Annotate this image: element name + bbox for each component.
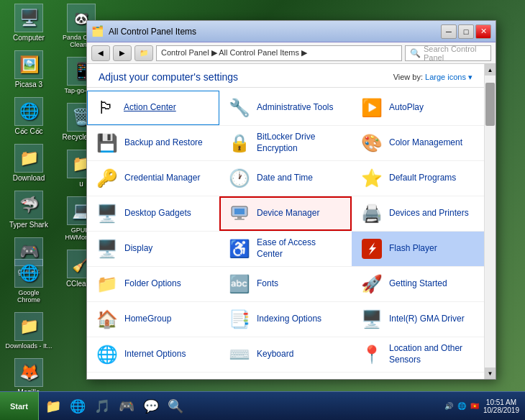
item-devices-printers[interactable]: 🖨️ Devices and Printers bbox=[352, 196, 484, 231]
intel-gma-icon: 🖥️ bbox=[360, 308, 383, 331]
color-mgmt-label: Color Management bbox=[389, 137, 462, 149]
notification-icons-icon: 🔔 bbox=[360, 378, 383, 379]
devices-printers-label: Devices and Printers bbox=[389, 208, 469, 219]
item-backup-restore[interactable]: 💾 Backup and Restore bbox=[87, 126, 219, 160]
search-icon: 🔍 bbox=[410, 48, 421, 58]
grid-col: ♿ Ease of Access Center bbox=[219, 232, 352, 266]
minimize-button[interactable]: ─ bbox=[441, 24, 457, 39]
close-button[interactable]: ✕ bbox=[475, 24, 491, 39]
item-internet-options[interactable]: 🌐 Internet Options bbox=[87, 337, 219, 372]
credential-label: Credential Manager bbox=[124, 173, 200, 184]
taskbar-icon-games[interactable]: 🎮 bbox=[115, 395, 138, 418]
desktop-icon-picasa[interactable]: 🖼️ Picasa 3 bbox=[4, 50, 54, 88]
scroll-down-button[interactable]: ▼ bbox=[485, 368, 496, 379]
desktop-icon-coccoc[interactable]: 🌐 Cốc Cốc bbox=[4, 97, 54, 135]
item-admin-tools[interactable]: 🔧 Administrative Tools bbox=[219, 91, 352, 125]
grid-col: 🖥️ Display bbox=[87, 232, 219, 266]
start-button[interactable]: Start bbox=[0, 392, 39, 421]
taskbar-icon-browser[interactable]: 🌐 bbox=[66, 395, 89, 418]
taskbar-icon-search[interactable]: 🔍 bbox=[164, 395, 187, 418]
desktop-icons-left: 🖥️ Computer 🖼️ Picasa 3 🌐 Cốc Cốc 📁 Down… bbox=[4, 4, 54, 283]
items-grid: 🏳 Action Center 🔧 Administrative Tools bbox=[87, 88, 484, 379]
item-fonts[interactable]: 🔤 Fonts bbox=[219, 267, 352, 301]
back-button[interactable]: ◀ bbox=[91, 45, 110, 61]
item-ease-access[interactable]: ♿ Ease of Access Center bbox=[219, 232, 352, 266]
grid-col: Device Manager bbox=[219, 196, 352, 231]
grid-row-3: 🔑 Credential Manager 🕐 Date and Time bbox=[87, 161, 484, 196]
autoplay-icon: ▶️ bbox=[360, 96, 383, 119]
item-credential-mgr[interactable]: 🔑 Credential Manager bbox=[87, 161, 219, 196]
item-display[interactable]: 🖥️ Display bbox=[87, 232, 219, 266]
scroll-up-button[interactable]: ▲ bbox=[485, 64, 496, 76]
flash-player-label: Flash Player bbox=[389, 243, 437, 255]
search-placeholder: Search Control Panel bbox=[424, 45, 486, 62]
taskbar-quick-launch: 📁 🌐 🎵 🎮 💬 🔍 bbox=[39, 395, 190, 418]
grid-col: 🌐 Network and Sharing Center bbox=[219, 373, 352, 379]
item-desktop-gadgets[interactable]: 🖥️ Desktop Gadgets bbox=[87, 196, 219, 231]
item-default-programs[interactable]: ⭐ Default Programs bbox=[352, 161, 484, 196]
desktop-gadgets-icon: 🖥️ bbox=[96, 202, 119, 225]
scroll-track[interactable] bbox=[485, 76, 496, 368]
network-sharing-label: Network and Sharing Center bbox=[257, 378, 343, 379]
item-flash-player[interactable]: Flash Player bbox=[352, 232, 484, 266]
item-folder-options[interactable]: 📁 Folder Options bbox=[87, 267, 219, 301]
item-notification-icons[interactable]: 🔔 Notification Area Icons bbox=[352, 373, 484, 379]
network-sharing-icon: 🌐 bbox=[228, 378, 251, 379]
view-by-link[interactable]: Large icons ▾ bbox=[425, 73, 472, 81]
panel-header: Adjust your computer's settings View by:… bbox=[87, 64, 484, 88]
item-action-center[interactable]: 🏳 Action Center bbox=[87, 91, 219, 125]
grid-col: 🏠 HomeGroup bbox=[87, 302, 219, 337]
maximize-button[interactable]: □ bbox=[458, 24, 474, 39]
item-location-sensors[interactable]: 📍 Location and Other Sensors bbox=[352, 337, 484, 372]
desktop: 🖥️ Computer 🖼️ Picasa 3 🌐 Cốc Cốc 📁 Down… bbox=[0, 0, 525, 420]
address-path[interactable]: Control Panel ▶ All Control Panel Items … bbox=[156, 45, 402, 61]
grid-col: 🖥️ Desktop Gadgets bbox=[87, 196, 219, 231]
item-intel-gma[interactable]: 🖥️ Intel(R) GMA Driver bbox=[352, 302, 484, 337]
item-getting-started[interactable]: 🚀 Getting Started bbox=[352, 267, 484, 301]
grid-col: 📁 Folder Options bbox=[87, 267, 219, 301]
panel-title: Adjust your computer's settings bbox=[99, 71, 238, 83]
item-bitlocker[interactable]: 🔒 BitLocker Drive Encryption bbox=[219, 126, 352, 160]
svg-rect-3 bbox=[234, 219, 245, 220]
scrollbar[interactable]: ▲ ▼ bbox=[484, 64, 496, 379]
desktop-icon-typershark[interactable]: 🦈 Typer Shark bbox=[4, 191, 54, 229]
search-box[interactable]: 🔍 Search Control Panel bbox=[405, 45, 491, 61]
main-panel: Adjust your computer's settings View by:… bbox=[87, 64, 484, 379]
item-device-manager[interactable]: Device Manager bbox=[219, 196, 352, 231]
grid-col: 🌐 Internet Options bbox=[87, 337, 219, 372]
desktop-icon-downloads[interactable]: 📁 Downloads - It... bbox=[4, 312, 54, 350]
taskbar-icon-chat[interactable]: 💬 bbox=[140, 395, 163, 418]
desktop-icon-computer[interactable]: 🖥️ Computer bbox=[4, 4, 54, 42]
grid-row-2: 💾 Backup and Restore 🔒 BitLocker Drive E… bbox=[87, 126, 484, 161]
item-autoplay[interactable]: ▶️ AutoPlay bbox=[352, 91, 484, 125]
grid-col: 🔧 Administrative Tools bbox=[219, 91, 352, 125]
grid-row-9: 🖱️ Mouse 🌐 Network and Sharing Center bbox=[87, 373, 484, 379]
item-color-mgmt[interactable]: 🎨 Color Management bbox=[352, 126, 484, 160]
taskbar-icon-media[interactable]: 🎵 bbox=[91, 395, 114, 418]
item-network-sharing[interactable]: 🌐 Network and Sharing Center bbox=[219, 373, 352, 379]
grid-col: 💾 Backup and Restore bbox=[87, 126, 219, 160]
folder-options-icon: 📁 bbox=[96, 273, 119, 296]
desktop-icon-download[interactable]: 📁 Download bbox=[4, 144, 54, 182]
item-mouse[interactable]: 🖱️ Mouse bbox=[87, 373, 219, 379]
item-homegroup[interactable]: 🏠 HomeGroup bbox=[87, 302, 219, 337]
up-button[interactable]: 📁 bbox=[134, 45, 153, 61]
content-area: Adjust your computer's settings View by:… bbox=[87, 64, 496, 379]
display-label: Display bbox=[124, 243, 152, 255]
item-keyboard[interactable]: ⌨️ Keyboard bbox=[219, 337, 352, 372]
fonts-label: Fonts bbox=[257, 278, 278, 290]
tray-icon-volume: 🔊 bbox=[444, 402, 453, 410]
view-by: View by: Large icons ▾ bbox=[393, 73, 472, 82]
datetime-label: Date and Time bbox=[257, 173, 313, 184]
item-indexing[interactable]: 📑 Indexing Options bbox=[219, 302, 352, 337]
desktop-icon-chrome[interactable]: 🌐 GoogleChrome bbox=[4, 259, 54, 303]
svg-rect-2 bbox=[237, 216, 242, 219]
internet-options-label: Internet Options bbox=[124, 349, 186, 360]
taskbar-icon-folder[interactable]: 📁 bbox=[42, 395, 65, 418]
grid-col: 🖱️ Mouse bbox=[87, 373, 219, 379]
item-date-time[interactable]: 🕐 Date and Time bbox=[219, 161, 352, 196]
window-titlebar: 🗂️ All Control Panel Items ─ □ ✕ bbox=[87, 21, 496, 42]
desktop-gadgets-label: Desktop Gadgets bbox=[124, 208, 191, 219]
forward-button[interactable]: ▶ bbox=[113, 45, 132, 61]
scroll-thumb[interactable] bbox=[485, 83, 495, 126]
